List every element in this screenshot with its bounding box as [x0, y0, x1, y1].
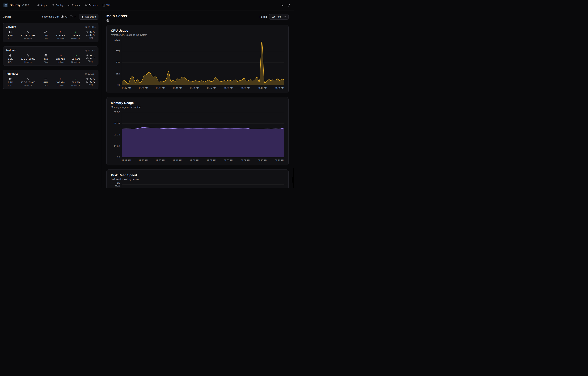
nav-label: Routes [72, 4, 80, 7]
nav-label: Apps [41, 4, 47, 7]
x-tick-label: 12:57 AM [207, 159, 216, 162]
cpu-icon [9, 54, 12, 57]
chart-title: Memory Usage [111, 101, 284, 105]
server-detail-panel: Main Server Period Last hour CPU Usage A… [101, 10, 294, 188]
x-tick-label: 12:26 AM [139, 87, 148, 89]
logout-icon[interactable] [288, 3, 291, 7]
temp-stat: 32 °C38 °CTemp [86, 31, 95, 39]
cpu-usage-chart[interactable] [122, 40, 284, 85]
disk-stat: 47%Disk [42, 54, 50, 63]
arrow-up-icon [59, 31, 62, 33]
x-tick-label: 12:35 AM [156, 87, 165, 89]
period-select[interactable]: Last hour [269, 14, 289, 20]
chart-subtitle: Disk read speed by device [111, 178, 284, 181]
fahrenheit-radio[interactable]: °F [70, 15, 76, 18]
workflow-icon [68, 4, 70, 7]
server-card-list: GoDoxy@ 16:16:242.2%CPU35 GB / 63 GBMemo… [3, 23, 98, 89]
x-tick-label: 01:15 AM [258, 159, 267, 162]
x-tick-label: 12:51 AM [190, 87, 199, 89]
x-tick-label: 12:35 AM [156, 159, 165, 162]
server-updated-time: @ 16:16:24 [85, 49, 96, 52]
server-card[interactable]: Podman@ 16:16:242.1%CPU35 GB / 63 GBMemo… [3, 46, 98, 66]
disk-temp-icon [86, 34, 88, 36]
activity-icon [27, 31, 29, 33]
nav-item-config[interactable]: Config [51, 4, 63, 7]
plus-icon [81, 15, 84, 18]
nav-label: Wiki [107, 4, 111, 7]
x-tick-label: 12:17 AM [122, 159, 131, 162]
add-agent-button[interactable]: Add agent [79, 14, 98, 20]
celsius-radio[interactable]: °C [61, 15, 68, 18]
arrow-up-icon [59, 77, 62, 80]
cpu-temp-icon [86, 54, 88, 56]
hard-drive-icon [44, 31, 47, 33]
x-tick-label: 12:57 AM [207, 87, 216, 89]
servers-panel-title: Servers [3, 15, 11, 18]
nav-label: Servers [89, 4, 98, 7]
cpu-stat: 2.2%CPU [6, 31, 15, 40]
memory-stat: 35 GB / 63 GBMemory [21, 54, 35, 63]
disk-temp-icon [86, 57, 88, 60]
disk-temp-icon [86, 81, 88, 83]
arrow-up-icon [59, 54, 62, 57]
arrow-down-icon [75, 54, 77, 57]
nav-item-apps[interactable]: Apps [37, 4, 47, 7]
disk-stat: 16%Disk [41, 31, 50, 40]
disk-stat: 41%Disk [42, 77, 50, 87]
x-tick-label: 01:03 AM [224, 159, 233, 162]
memory-stat: 35 GB / 63 GBMemory [21, 31, 35, 40]
cpu-usage-card: CPU Usage Average CPU usage of the syste… [106, 25, 289, 93]
x-tick-label: 12:41 AM [173, 159, 182, 162]
x-tick-label: 01:15 AM [258, 87, 267, 89]
globe-icon [106, 19, 109, 22]
chevron-down-icon [284, 15, 286, 18]
server-card[interactable]: GoDoxy@ 16:16:242.2%CPU35 GB / 63 GBMemo… [3, 23, 98, 42]
temp-stat: 38 °C38 °CTemp [86, 77, 95, 86]
celsius-label: °C [65, 15, 68, 18]
book-icon [102, 4, 105, 7]
server-name: Podman [6, 49, 16, 52]
x-tick-label: 01:21 AM [275, 159, 284, 162]
nav-item-wiki[interactable]: Wiki [102, 4, 111, 7]
nav-item-servers[interactable]: Servers [85, 4, 98, 7]
x-tick-label: 01:09 AM [241, 87, 250, 89]
period-label: Period [259, 15, 267, 18]
theme-toggle-moon-icon[interactable] [280, 3, 284, 7]
x-axis-labels: 12:17 AM12:26 AM12:35 AM12:41 AM12:51 AM… [122, 87, 284, 89]
x-tick-label: 01:03 AM [224, 87, 233, 89]
upload-stat: 106 KB/sUpload [56, 77, 65, 87]
add-agent-label: Add agent [85, 15, 96, 18]
server-card[interactable]: Podman2@ 16:16:242.5%CPU35 GB / 63 GBMem… [3, 70, 98, 89]
chart-title: CPU Usage [111, 29, 284, 32]
x-tick-label: 12:51 AM [190, 159, 199, 162]
godoxy-logo[interactable] [3, 3, 8, 7]
chart-subtitle: Average CPU usage of the system [111, 33, 284, 36]
activity-icon [27, 77, 29, 80]
nav-item-routes[interactable]: Routes [68, 4, 80, 7]
grid-icon [37, 4, 40, 7]
temperature-unit-group: Temperature Unit °C °F [40, 15, 76, 18]
disk-read-speed-chart[interactable] [122, 185, 284, 188]
radio-selected-icon [61, 15, 64, 18]
brand-name: GoDoxy [10, 3, 20, 7]
hard-drive-icon [44, 77, 47, 80]
collapse-panel-handle[interactable] [292, 177, 294, 183]
x-tick-label: 12:41 AM [173, 87, 182, 89]
server-updated-time: @ 16:16:24 [85, 26, 96, 28]
memory-stat: 35 GB / 63 GBMemory [21, 77, 35, 87]
x-tick-label: 01:09 AM [241, 159, 250, 162]
chart-subtitle: Memory usage of the system [111, 106, 284, 108]
temperature-unit-label: Temperature Unit [40, 15, 59, 18]
memory-usage-card: Memory Usage Memory usage of the system … [106, 97, 289, 166]
cpu-stat: 2.1%CPU [6, 54, 15, 63]
period-value: Last hour [272, 15, 281, 18]
cpu-icon [9, 77, 12, 80]
temp-stat: 32 °C38 °CTemp [86, 54, 95, 63]
memory-usage-chart[interactable] [122, 112, 284, 157]
fahrenheit-label: °F [74, 15, 76, 18]
server-name: GoDoxy [6, 25, 16, 29]
page-title: Main Server [106, 14, 128, 18]
x-tick-label: 01:21 AM [275, 87, 284, 89]
cpu-temp-icon [86, 31, 88, 33]
nav-label: Config [56, 4, 63, 7]
